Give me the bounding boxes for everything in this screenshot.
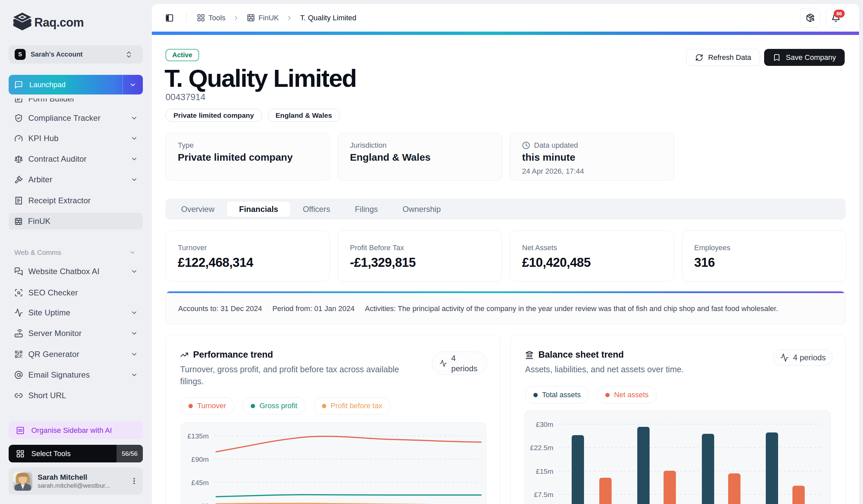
svg-text:£45m: £45m bbox=[191, 479, 209, 486]
svg-text:£22.5m: £22.5m bbox=[530, 444, 553, 451]
svg-text:£7.5m: £7.5m bbox=[534, 491, 553, 498]
svg-text:£0: £0 bbox=[201, 502, 209, 504]
svg-text:£135m: £135m bbox=[187, 432, 209, 440]
svg-text:£90m: £90m bbox=[191, 455, 209, 463]
svg-text:£15m: £15m bbox=[536, 467, 553, 475]
svg-text:£30m: £30m bbox=[536, 421, 553, 428]
